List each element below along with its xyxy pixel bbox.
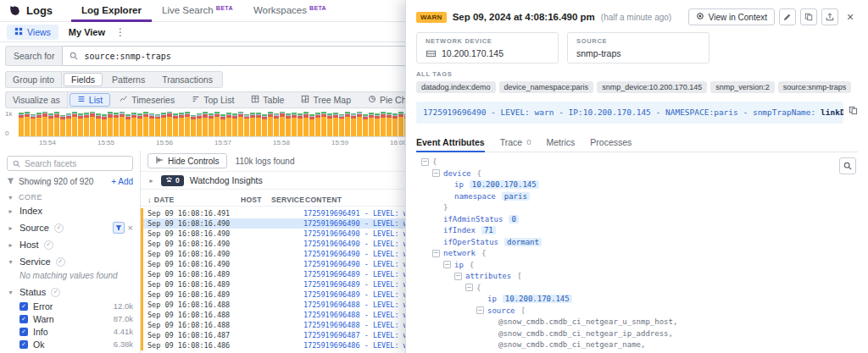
json-key[interactable]: namespace [454,192,496,201]
histogram-bar[interactable] [381,112,386,136]
histogram-bar[interactable] [131,113,136,136]
json-key[interactable]: ifIndex [443,226,476,234]
nav-tab-live-search[interactable]: Live SearchBETA [152,0,243,22]
visualize-option-table[interactable]: Table [243,93,292,107]
histogram-bar[interactable] [108,112,113,136]
source-card[interactable]: SOURCE snmp-traps [567,32,709,63]
facet-filter-button[interactable] [113,222,125,234]
collapse-toggle-icon[interactable]: – [443,261,451,268]
json-value[interactable]: 10.200.170.145 [470,180,539,189]
json-search-button[interactable] [839,157,856,174]
json-key[interactable]: ip [454,180,464,189]
facet-clear-icon[interactable]: × [128,223,133,233]
json-key[interactable]: source [487,306,515,315]
view-in-context-button[interactable]: View in Context [688,8,775,25]
panel-tab-event-attributes[interactable]: Event Attributes [416,132,485,152]
json-key[interactable]: attributes [465,272,511,280]
histogram-bar[interactable] [369,113,374,136]
json-key[interactable]: network [443,249,476,257]
tag-pill[interactable]: device_namespace:paris [499,81,594,93]
panel-tab-processes[interactable]: Processes [590,132,632,152]
facet-item-status[interactable]: ▾Status✓ [7,284,133,300]
json-value[interactable]: 10.200.170.145 [503,295,572,303]
json-value[interactable]: paris [502,192,530,201]
kebab-menu-icon[interactable]: ⋮ [115,26,125,38]
facet-item-service[interactable]: ▾Service✓ [7,254,133,269]
histogram-bar[interactable] [286,113,291,136]
histogram-bar[interactable] [102,114,107,136]
json-key[interactable]: ip [454,261,464,269]
group-into-option-fields[interactable]: Fields [64,73,103,86]
collapse-toggle-icon[interactable]: – [465,284,473,291]
facet-value-error[interactable]: ✓Error12.0k [7,300,133,312]
histogram-bar[interactable] [197,113,202,136]
json-value[interactable]: dormant [504,238,542,246]
histogram-bar[interactable] [262,114,267,136]
facet-item-index[interactable]: ▸Index [7,203,133,218]
histogram-bar[interactable] [280,112,285,136]
histogram-bar[interactable] [315,113,320,136]
collapse-toggle-icon[interactable]: – [432,250,440,257]
checkbox-checked[interactable]: ✓ [19,315,28,323]
histogram-bar[interactable] [209,113,214,136]
facet-group-core[interactable]: ▾ CORE [7,193,133,201]
histogram-bar[interactable] [149,113,154,136]
histogram-bar[interactable] [90,112,95,136]
add-facet-button[interactable]: + Add [111,177,133,186]
histogram-bar[interactable] [339,114,344,136]
tab-my-view[interactable]: My View [69,27,105,37]
histogram-bar[interactable] [78,113,83,136]
tag-pill[interactable]: datadog.index:demo [416,81,496,93]
histogram-bar[interactable] [84,113,89,136]
checkbox-checked[interactable]: ✓ [19,302,28,311]
histogram-bar[interactable] [173,113,178,136]
histogram-bar[interactable] [66,113,71,136]
json-key[interactable]: ifOperStatus [443,238,498,246]
network-device-card[interactable]: NETWORK DEVICE 10.200.170.145 [416,32,559,63]
histogram-bar[interactable] [120,112,125,136]
json-key[interactable]: device [443,169,471,178]
group-into-option-transactions[interactable]: Transactions [154,73,220,86]
histogram-bar[interactable] [357,112,362,136]
group-into-option-patterns[interactable]: Patterns [104,73,153,86]
column-header-date[interactable]: ↓ DATE [147,196,241,204]
search-scope-button[interactable]: Search for [5,46,62,66]
histogram-bar[interactable] [220,114,225,136]
panel-tab-metrics[interactable]: Metrics [546,132,575,152]
histogram-bar[interactable] [268,112,273,136]
nav-tab-workspaces[interactable]: WorkspacesBETA [243,0,337,22]
column-header-host[interactable]: HOST [241,196,271,204]
histogram-bar[interactable] [333,113,338,136]
histogram-bar[interactable] [179,113,184,136]
checkbox-checked[interactable]: ✓ [19,328,28,336]
close-icon[interactable]: × [843,11,858,23]
json-value[interactable]: 71 [481,226,496,234]
column-header-service[interactable]: SERVICE [271,196,305,204]
histogram-bar[interactable] [244,114,249,136]
histogram-bar[interactable] [96,113,101,136]
hide-controls-button[interactable]: Hide Controls [147,153,227,168]
json-key[interactable]: ip [487,295,497,303]
histogram-bar[interactable] [226,113,231,136]
histogram-bar[interactable] [155,114,160,136]
json-key[interactable]: ifAdminStatus [443,215,503,223]
histogram-bar[interactable] [36,113,42,136]
histogram-bar[interactable] [274,113,279,136]
collapse-toggle-icon[interactable]: – [432,169,440,177]
histogram-bar[interactable] [387,113,392,136]
export-icon[interactable] [821,8,838,25]
visualize-option-top-list[interactable]: Top List [184,93,242,107]
tag-pill[interactable]: source:snmp-traps [778,81,852,93]
facet-value-ok[interactable]: ✓Ok6.38k [7,338,133,350]
collapse-toggle-icon[interactable]: – [454,273,462,280]
histogram-bar[interactable] [327,113,332,136]
histogram-bar[interactable] [114,113,119,136]
tag-pill[interactable]: snmp_device:10.200.170.145 [597,81,707,93]
histogram-bar[interactable] [256,113,261,136]
histogram-bar[interactable] [31,114,36,136]
histogram-bar[interactable] [232,113,237,136]
tag-pill[interactable]: snmp_version:2 [710,81,775,93]
histogram-bar[interactable] [161,113,166,136]
histogram-bar[interactable] [143,112,148,136]
histogram-bar[interactable] [42,112,47,136]
